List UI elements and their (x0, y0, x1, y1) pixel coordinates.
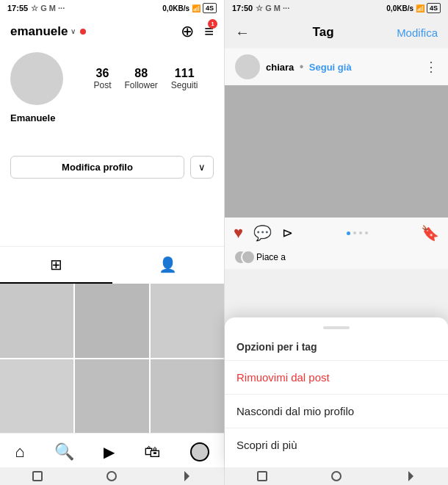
nav-home-icon[interactable]: ⌂ (15, 442, 24, 461)
stat-following-label: Seguiti (171, 80, 198, 90)
stat-posts-label: Post (93, 80, 111, 90)
posts-grid (0, 284, 224, 433)
modifica-button[interactable]: Modifica (397, 26, 438, 39)
right-status-left: 17:50 ☆ G M ··· (232, 4, 289, 13)
add-icon: ⊕ (181, 22, 194, 40)
like-button[interactable]: ♥ (234, 223, 243, 242)
sys-square-button[interactable] (32, 470, 43, 482)
likes-avatars (234, 250, 252, 265)
chevron-down-icon: ∨ (71, 27, 76, 35)
stat-followers[interactable]: 88 Follower (124, 67, 157, 90)
grid-item[interactable] (0, 359, 73, 433)
username-label: emanuele (10, 24, 68, 39)
bio-section (0, 126, 224, 156)
right-sys-square-button[interactable] (256, 470, 268, 482)
bottom-sheet: Opzioni per i tag Rimuovimi dal post Nas… (225, 317, 448, 467)
grid-item[interactable] (151, 359, 224, 433)
sys-back-button[interactable] (181, 470, 192, 482)
action-buttons: Modifica profilo ∨ (0, 156, 224, 187)
grid-item[interactable] (151, 284, 224, 357)
header-icons: ⊕ ≡ 1 (181, 22, 214, 41)
stat-following-number: 111 (175, 67, 195, 80)
segui-button[interactable]: Segui già (309, 62, 352, 73)
right-panel: 17:50 ☆ G M ··· 0,0KB/s 📶 4S ← Tag Modif… (224, 0, 448, 485)
nav-profile-icon[interactable] (190, 442, 209, 461)
left-network: 0,0KB/s (162, 4, 189, 12)
left-status-bar: 17:55 ☆ G M ··· 0,0KB/s 📶 4S (0, 0, 224, 16)
stat-posts[interactable]: 36 Post (93, 67, 111, 90)
tab-grid[interactable]: ⊞ (0, 247, 112, 284)
likes-row: Piace a (225, 248, 448, 269)
right-sys-back-button[interactable] (405, 470, 416, 482)
grid-item[interactable] (0, 284, 73, 357)
nav-search-icon[interactable]: 🔍 (54, 442, 74, 461)
stat-followers-label: Follower (124, 80, 157, 90)
dot-active (347, 231, 350, 235)
add-post-icon[interactable]: ⊕ (181, 22, 194, 41)
right-sys-bar (225, 467, 448, 485)
sheet-item-hide[interactable]: Nascondi dal mio profilo (225, 395, 448, 428)
sheet-item-more[interactable]: Scopri di più (225, 428, 448, 461)
share-button[interactable]: ⊳ (282, 225, 293, 241)
highlights-section (0, 187, 224, 246)
left-battery: 4S (203, 3, 217, 13)
left-panel: 17:55 ☆ G M ··· 0,0KB/s 📶 4S emanuele ∨ … (0, 0, 224, 485)
right-status-right: 0,0KB/s 📶 4S (386, 3, 441, 13)
left-status-right: 0,0KB/s 📶 4S (162, 3, 217, 13)
stat-following[interactable]: 111 Seguiti (171, 67, 198, 90)
left-header: emanuele ∨ ⊕ ≡ 1 (0, 16, 224, 46)
post-action-icons: ♥ 💬 ⊳ (234, 223, 293, 242)
left-sys-bar (0, 467, 224, 485)
right-page-title: Tag (313, 25, 334, 40)
tab-tagged[interactable]: 👤 (112, 247, 225, 284)
right-network: 0,0KB/s (386, 4, 413, 12)
sheet-handle (323, 326, 350, 329)
edit-profile-button[interactable]: Modifica profilo (10, 156, 184, 179)
more-options-icon[interactable]: ⋮ (424, 59, 438, 75)
left-status-left: 17:55 ☆ G M ··· (7, 4, 65, 13)
bottom-nav: ⌂ 🔍 ▶ 🛍 (0, 433, 224, 467)
tagged-icon: 👤 (159, 256, 177, 273)
right-status-icons: ☆ G M ··· (256, 4, 289, 13)
liker-avatar (241, 250, 256, 265)
nav-shop-icon[interactable]: 🛍 (144, 442, 160, 461)
post-username-label: chiara (266, 62, 294, 73)
post-actions: ♥ 💬 ⊳ 🔖 (225, 218, 448, 248)
left-status-icons: ☆ G M ··· (31, 4, 65, 13)
display-name: Emanuele (0, 108, 224, 126)
post-user-info: chiara • Segui già (266, 60, 352, 73)
post-image (225, 85, 448, 218)
username-area[interactable]: emanuele ∨ (10, 24, 86, 39)
online-dot (80, 29, 86, 35)
dropdown-button[interactable]: ∨ (190, 156, 214, 179)
profile-section: 36 Post 88 Follower 111 Seguiti (0, 46, 224, 108)
bookmark-button[interactable]: 🔖 (421, 224, 439, 242)
dot-inactive (353, 231, 356, 234)
grid-item[interactable] (75, 359, 148, 433)
right-status-bar: 17:50 ☆ G M ··· 0,0KB/s 📶 4S (225, 0, 448, 16)
grid-item[interactable] (75, 284, 148, 357)
post-user-row: chiara • Segui già ⋮ (225, 48, 448, 85)
grid-icon: ⊞ (50, 256, 62, 273)
right-sys-home-button[interactable] (330, 470, 342, 482)
left-time: 17:55 (7, 4, 28, 12)
back-button[interactable]: ← (235, 24, 250, 41)
right-time: 17:50 (232, 4, 253, 12)
stats-container: 36 Post 88 Follower 111 Seguiti (78, 67, 214, 90)
dropdown-icon: ∨ (198, 162, 206, 173)
likes-text: Piace a (256, 252, 286, 262)
stat-followers-number: 88 (134, 67, 148, 80)
post-user-left: chiara • Segui già (235, 54, 352, 79)
nav-reels-icon[interactable]: ▶ (104, 443, 115, 461)
comment-button[interactable]: 💬 (253, 224, 272, 242)
post-user-avatar[interactable] (235, 54, 260, 79)
posts-tabs: ⊞ 👤 (0, 246, 224, 284)
sheet-item-remove[interactable]: Rimuovimi dal post (225, 361, 448, 394)
dot-separator: • (300, 60, 304, 73)
menu-icon[interactable]: ≡ 1 (204, 22, 214, 41)
left-signal: 📶 (192, 4, 200, 12)
notification-badge: 1 (208, 19, 217, 29)
right-signal: 📶 (416, 4, 424, 12)
avatar[interactable] (10, 52, 63, 105)
sys-home-button[interactable] (106, 470, 118, 482)
